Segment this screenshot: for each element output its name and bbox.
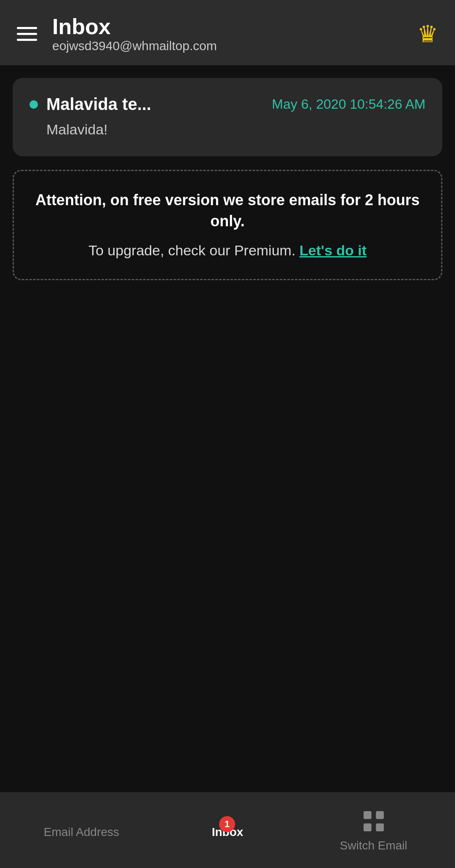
header-email: eojwsd3940@whmailtop.com	[52, 39, 217, 53]
email-list-item[interactable]: Malavida te... May 6, 2020 10:54:26 AM M…	[13, 78, 442, 156]
email-sender: Malavida te...	[46, 95, 263, 114]
nav-tab-inbox[interactable]: 1 Inbox	[155, 821, 301, 839]
svg-rect-1	[364, 811, 372, 819]
svg-rect-4	[376, 823, 384, 831]
unread-indicator	[29, 100, 38, 109]
header-title-block: Inbox eojwsd3940@whmailtop.com	[52, 15, 217, 53]
nav-label-switch-email: Switch Email	[340, 839, 407, 852]
premium-crown-icon[interactable]: ♛	[417, 20, 438, 48]
grid-icon	[360, 808, 387, 835]
email-card-header: Malavida te... May 6, 2020 10:54:26 AM	[29, 95, 426, 114]
menu-button[interactable]	[17, 27, 37, 41]
svg-rect-2	[376, 811, 384, 819]
upgrade-banner-sub: To upgrade, check our Premium. Let's do …	[34, 241, 421, 261]
upgrade-link[interactable]: Let's do it	[300, 242, 367, 258]
bottom-navigation: Email Address 1 Inbox Switch Email	[0, 792, 455, 868]
header-left: Inbox eojwsd3940@whmailtop.com	[17, 15, 217, 53]
nav-tab-switch-email[interactable]: Switch Email	[300, 808, 447, 852]
svg-rect-3	[364, 823, 372, 831]
inbox-badge: 1	[219, 816, 235, 832]
upgrade-banner-main: Attention, on free version we store emai…	[34, 190, 421, 232]
main-content: Malavida te... May 6, 2020 10:54:26 AM M…	[0, 65, 455, 792]
nav-tab-email-address[interactable]: Email Address	[8, 821, 155, 839]
page-title: Inbox	[52, 15, 217, 39]
switch-email-icon-wrap	[360, 808, 387, 835]
upgrade-banner: Attention, on free version we store emai…	[13, 170, 442, 280]
app-header: Inbox eojwsd3940@whmailtop.com ♛	[0, 0, 455, 65]
email-preview: Malavida!	[29, 121, 426, 138]
email-date: May 6, 2020 10:54:26 AM	[272, 96, 426, 112]
nav-label-email-address: Email Address	[44, 825, 119, 839]
upgrade-sub-text: To upgrade, check our Premium.	[88, 242, 295, 258]
